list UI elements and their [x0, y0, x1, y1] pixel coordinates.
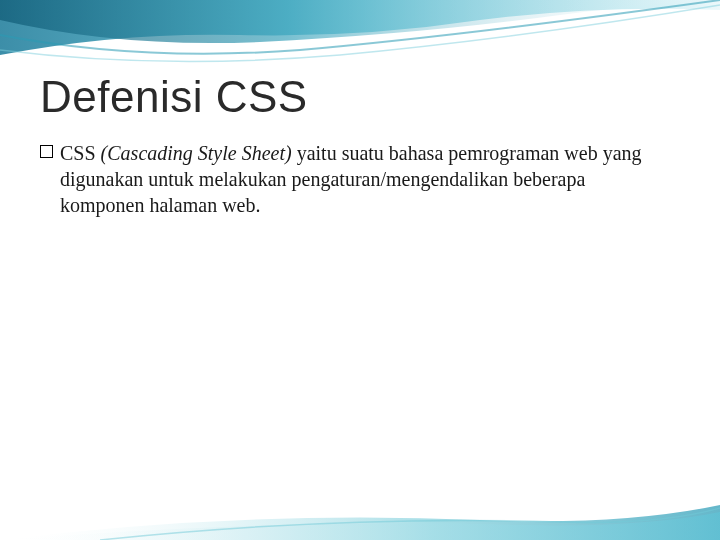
square-bullet-icon — [40, 145, 53, 158]
slide-body: CSS (Cascading Style Sheet) yaitu suatu … — [40, 140, 660, 218]
bullet-lead: CSS — [60, 142, 101, 164]
slide-title: Defenisi CSS — [40, 72, 680, 122]
decorative-wave-bottom — [0, 490, 720, 540]
bullet-item: CSS (Cascading Style Sheet) yaitu suatu … — [40, 140, 660, 218]
slide-content: Defenisi CSS CSS (Cascading Style Sheet)… — [0, 0, 720, 258]
bullet-text: CSS (Cascading Style Sheet) yaitu suatu … — [60, 140, 660, 218]
bullet-italic: (Cascading Style Sheet) — [101, 142, 297, 164]
